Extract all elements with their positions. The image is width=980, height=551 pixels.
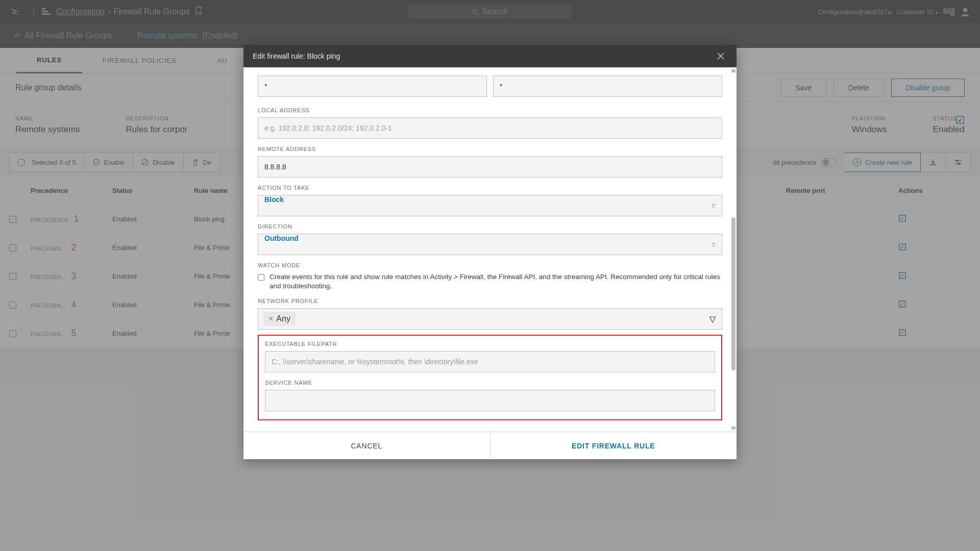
close-icon — [717, 53, 724, 60]
local-port-input[interactable] — [258, 76, 487, 97]
executable-filepath-input[interactable] — [265, 351, 715, 372]
watch-mode-checkbox[interactable] — [258, 274, 264, 281]
remote-address-label: REMOTE ADDRESS — [258, 146, 722, 152]
modal-title: Edit firewall rule: Block ping — [253, 52, 340, 60]
submit-button[interactable]: EDIT FIREWALL RULE — [490, 432, 737, 459]
edit-rule-modal: Edit firewall rule: Block ping LOCAL ADD… — [243, 45, 737, 459]
chevron-down-icon: ▽ — [709, 314, 716, 324]
scroll-track[interactable] — [731, 69, 736, 430]
watch-mode-description: Create events for this rule and show rul… — [270, 272, 722, 291]
network-profile-label: NETWORK PROFILE — [258, 298, 722, 304]
scroll-thumb[interactable] — [731, 217, 736, 370]
direction-select[interactable]: Outbound ▽ — [258, 234, 722, 255]
scroll-down-icon[interactable] — [731, 427, 736, 430]
remote-port-input[interactable] — [493, 76, 722, 97]
service-name-label: SERVICE NAME — [265, 380, 715, 386]
local-address-label: LOCAL ADDRESS — [258, 107, 722, 113]
action-value: Block — [264, 195, 284, 204]
remove-chip-icon[interactable]: × — [268, 314, 273, 323]
chip-label: Any — [276, 314, 290, 323]
chevron-down-icon: ▽ — [712, 242, 716, 247]
service-name-input[interactable] — [265, 390, 715, 411]
watch-mode-label: WATCH MODE — [258, 262, 722, 268]
chevron-down-icon: ▽ — [712, 203, 716, 209]
action-select[interactable]: Block ▽ — [258, 195, 722, 216]
direction-value: Outbound — [264, 234, 299, 242]
modal-body: LOCAL ADDRESS REMOTE ADDRESS ACTION TO T… — [243, 67, 737, 432]
highlighted-section: EXECUTABLE FILEPATH SERVICE NAME — [258, 335, 722, 420]
close-modal-button[interactable] — [714, 49, 727, 63]
action-label: ACTION TO TAKE — [258, 185, 722, 191]
modal-footer: CANCEL EDIT FIREWALL RULE — [243, 432, 737, 459]
direction-label: DIRECTION — [258, 223, 722, 230]
executable-filepath-label: EXECUTABLE FILEPATH — [265, 341, 715, 347]
modal-header: Edit firewall rule: Block ping — [243, 45, 737, 67]
cancel-button[interactable]: CANCEL — [243, 432, 490, 459]
network-profile-select[interactable]: × Any ▽ — [258, 308, 722, 330]
scroll-up-icon[interactable] — [731, 69, 736, 72]
network-profile-chip[interactable]: × Any — [263, 312, 296, 326]
remote-address-input[interactable] — [258, 156, 722, 178]
local-address-input[interactable] — [258, 117, 722, 139]
